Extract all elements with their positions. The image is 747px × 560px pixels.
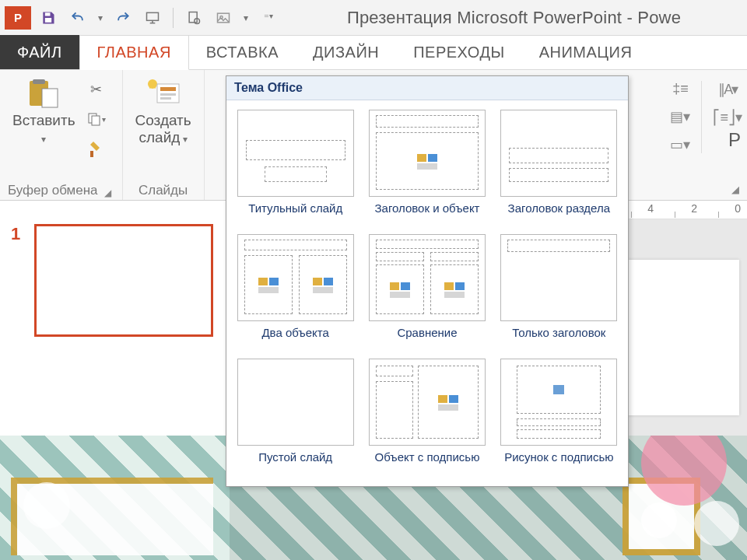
picture-dropdown-icon[interactable]: ▾ <box>240 6 251 30</box>
format-painter-icon[interactable] <box>85 137 108 160</box>
svg-rect-11 <box>92 116 100 125</box>
layout-content-caption[interactable]: Объект с подписью <box>364 359 489 478</box>
line-spacing-icon[interactable]: ‡≡ <box>672 81 689 97</box>
svg-rect-0 <box>45 12 51 16</box>
svg-rect-16 <box>160 93 176 96</box>
layout-section-header[interactable]: Заголовок раздела <box>496 110 622 229</box>
quick-access-toolbar: P ▾ ▾ ⁼▾ <box>0 6 281 30</box>
svg-rect-12 <box>90 151 93 157</box>
paragraph-dialog-launcher-icon[interactable]: ◢ <box>731 184 739 195</box>
start-slideshow-icon[interactable] <box>140 6 165 30</box>
layout-title-slide[interactable]: Титульный слайд <box>233 110 358 229</box>
slide-number: 1 <box>11 224 20 244</box>
slide-thumbnail-1[interactable] <box>34 224 213 337</box>
ruler-tick-0: 0 <box>735 202 741 215</box>
app-icon[interactable]: P <box>5 6 31 30</box>
tab-design[interactable]: ДИЗАЙН <box>296 36 396 69</box>
slide-layout-gallery: Тема Office Титульный слайд Заголовок и … <box>226 75 629 487</box>
group-clipboard: Вставить▾ ✂ ▾ Буфер обмена ◢ <box>0 70 123 200</box>
cut-icon[interactable]: ✂ <box>85 78 108 101</box>
svg-rect-8 <box>33 79 45 84</box>
paste-button[interactable]: Вставить▾ <box>8 75 80 149</box>
gallery-body: Титульный слайд Заголовок и объект Загол… <box>226 100 628 486</box>
svg-rect-15 <box>160 87 176 91</box>
picture-icon[interactable] <box>211 6 236 30</box>
svg-rect-9 <box>42 89 58 107</box>
layout-title-only[interactable]: Только заголовок <box>496 234 622 354</box>
qat-customize-icon[interactable]: ⁼▾ <box>256 6 281 30</box>
copy-icon[interactable]: ▾ <box>85 107 108 131</box>
align-text-icon[interactable]: ⎡≡⎦▾ <box>713 109 742 126</box>
align-icon[interactable]: ▤▾ <box>670 108 690 125</box>
window-title: Презентация Microsoft PowerPoint - Powe <box>281 8 747 28</box>
clipboard-dialog-launcher-icon[interactable]: ◢ <box>104 187 114 198</box>
print-preview-icon[interactable] <box>181 6 206 30</box>
paragraph-more-button[interactable]: Р <box>728 129 741 151</box>
tab-insert[interactable]: ВСТАВКА <box>189 36 296 69</box>
save-icon[interactable] <box>36 6 61 30</box>
ribbon-tabs: ФАЙЛ ГЛАВНАЯ ВСТАВКА ДИЗАЙН ПЕРЕХОДЫ АНИ… <box>0 36 747 70</box>
new-slide-label: Создать слайд ▾ <box>135 112 191 146</box>
tab-home[interactable]: ГЛАВНАЯ <box>79 35 189 70</box>
svg-rect-2 <box>147 12 159 20</box>
undo-icon[interactable] <box>65 6 90 30</box>
svg-rect-3 <box>189 12 197 22</box>
svg-rect-17 <box>160 97 171 100</box>
gallery-header: Тема Office <box>226 76 628 100</box>
ruler-tick-4: 4 <box>647 202 654 215</box>
layout-title-content[interactable]: Заголовок и объект <box>364 110 489 229</box>
tab-animation[interactable]: АНИМАЦИЯ <box>522 36 650 69</box>
layout-two-content[interactable]: Два объекта <box>233 234 358 354</box>
text-direction-icon[interactable]: ∥A▾ <box>718 81 737 98</box>
layout-picture-caption[interactable]: Рисунок с подписью <box>496 359 622 478</box>
svg-rect-1 <box>45 18 51 23</box>
convert-smartart-icon[interactable]: ▭▾ <box>670 136 690 153</box>
group-slides: Создать слайд ▾ Слайды <box>123 70 205 200</box>
undo-dropdown-icon[interactable]: ▾ <box>95 6 106 30</box>
layout-comparison[interactable]: Сравнение <box>364 234 489 354</box>
redo-icon[interactable] <box>110 6 135 30</box>
new-slide-icon <box>145 78 182 109</box>
paste-icon <box>25 78 62 109</box>
ruler-tick-2: 2 <box>691 202 697 215</box>
paste-label: Вставить▾ <box>12 112 75 146</box>
new-slide-button[interactable]: Создать слайд ▾ <box>131 75 196 149</box>
tab-file[interactable]: ФАЙЛ <box>0 35 79 69</box>
title-bar: P ▾ ▾ ⁼▾ Презентация Microsoft PowerPoin… <box>0 0 747 36</box>
tab-transitions[interactable]: ПЕРЕХОДЫ <box>396 36 521 69</box>
group-clipboard-label: Буфер обмена <box>8 180 98 198</box>
group-slides-label: Слайды <box>131 180 196 198</box>
layout-blank[interactable]: Пустой слайд <box>233 359 358 478</box>
qat-separator <box>173 8 174 28</box>
